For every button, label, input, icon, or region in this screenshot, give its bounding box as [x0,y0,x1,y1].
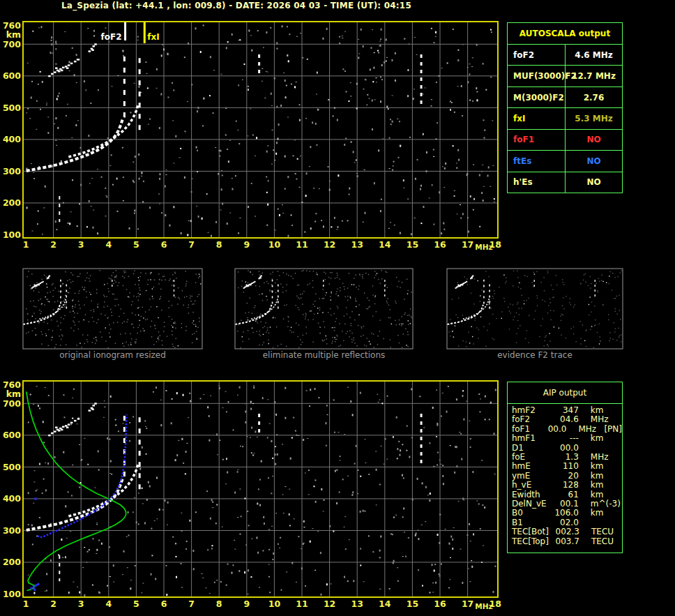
panel-eliminate-reflections [235,269,413,349]
aip-unit: km [579,481,622,490]
aip-label: hmE [512,462,547,471]
param-label: ftEs [508,151,566,171]
x-tick-label: 4 [105,599,112,609]
x-tick-label: 5 [133,239,139,250]
aip-label: TEC[Bot] [512,527,549,536]
param-value: 5.3 MHz [566,108,622,128]
y-tick-label: 500 [3,462,21,472]
x-tick-label: 17 [462,599,473,609]
x-tick-label: 13 [351,599,363,609]
aip-row-fof2: foF204.6MHz [512,415,622,424]
aip-value: 003.7 [549,537,579,546]
panel-evidence-f2-trace [447,269,623,349]
aip-label: foF2 [512,415,547,424]
x-tick-label: 13 [351,239,363,250]
x-tick-label: 8 [216,599,222,609]
aip-label: hmF1 [512,434,547,443]
panel-caption-original: original ionogram resized [23,350,202,360]
x-tick-label: 1 [23,239,29,250]
param-label: foF2 [508,45,566,65]
aip-row-fof1: foF100.0MHz[PN] [512,425,622,434]
aip-value: 106.0 [547,509,579,518]
aip-unit: TECU [579,537,622,546]
x-tick-label: 16 [434,599,446,609]
aip-label: DelN_vE [512,499,547,509]
aip-row-b0: B0106.0km [512,509,622,518]
param-label: foF1 [508,130,566,150]
aip-row-ewidth: Ewidth61km [512,490,622,499]
x-tick-label: 17 [462,239,473,250]
aip-unit: MHz [566,425,604,434]
autoscala-row-fxi: fxI5.3 MHz [508,107,622,128]
y-tick-label: 600 [3,70,21,81]
x-tick-label: 3 [78,599,84,609]
x-tick-label: 15 [407,599,418,609]
x-tick-label: 10 [268,599,281,609]
autoscala-output-table: AUTOSCALA output foF24.6 MHzMUF(3000)F21… [507,22,623,193]
x-tick-label: 9 [243,599,250,609]
aip-row-delnve: DelN_vE00.1m^(-3) [512,499,622,509]
y-tick-label: 500 [3,103,21,113]
param-value: NO [566,172,622,193]
aip-value: 00.0 [540,425,566,434]
param-label: fxI [508,108,566,128]
aip-value: 347 [547,406,579,415]
aip-value: 02.0 [547,518,579,527]
x-tick-label: 6 [161,599,167,609]
aip-unit [579,444,622,453]
aip-label: hmF2 [512,406,547,415]
x-tick-label: 2 [50,239,56,250]
aip-extra: [PN] [604,425,622,434]
x-tick-label: 16 [434,239,446,250]
aip-label: h_vE [512,481,547,490]
x-tick-label: 11 [296,599,308,609]
x-tick-label: 12 [324,599,335,609]
y-tick-label: 400 [3,134,21,144]
aip-unit: MHz [579,415,622,424]
x-tick-label: 3 [78,239,84,250]
autoscala-row-ftes: ftEsNO [508,150,622,171]
aip-row-foe: foE1.3MHz [512,453,622,462]
autoscala-row-fof1: foF1NO [508,129,622,150]
aip-value: 61 [547,490,579,499]
autoscala-window: foF2fxI760700600500400300200100km1234567… [0,0,675,616]
x-tick-label: 14 [379,599,391,609]
top-ionogram-plot: foF2fxI760700600500400300200100km1234567… [3,20,501,252]
aip-label: D1 [512,444,547,453]
panel-caption-eliminate: eliminate multiple reflections [235,350,413,360]
aip-row-yme: ymE20km [512,472,622,481]
aip-row-hve: h_vE128km [512,481,622,490]
aip-value: 00.0 [547,444,579,453]
param-value: 2.76 [566,87,622,107]
aip-row-d1: D100.0 [512,444,622,453]
param-value: NO [566,151,622,171]
aip-value: --- [547,434,579,443]
station-title: La_Spezia (lat: +44.1 , lon: 009.8) - DA… [61,1,411,10]
aip-output-table: AIP output hmF2347kmfoF204.6MHzfoF100.0M… [507,382,623,553]
aip-unit: km [579,472,622,481]
x-axis-unit: MHz [475,243,492,251]
autoscala-row-hes: h'EsNO [508,172,622,193]
aip-unit: km [579,490,622,499]
param-label: M(3000)F2 [508,87,566,107]
y-tick-label: 200 [3,197,21,208]
param-value: 4.6 MHz [566,45,622,65]
aip-value: 20 [547,472,579,481]
fxI-marker-label: fxI [147,32,159,42]
y-tick-label: 300 [3,525,21,536]
x-tick-label: 10 [268,239,281,250]
y-tick-label: 600 [3,430,21,440]
y-tick-label: 100 [3,230,21,240]
aip-row-hmf2: hmF2347km [512,406,622,415]
aip-row-hmf1: hmF1---km [512,434,622,443]
x-tick-label: 14 [379,239,391,250]
aip-label: foF1 [512,425,540,434]
aip-unit [579,518,622,527]
param-label: h'Es [508,172,566,193]
y-tick-label: 400 [3,493,21,504]
aip-value: 1.3 [547,453,579,462]
aip-unit: TECU [579,527,622,536]
x-tick-label: 6 [161,239,167,250]
y-tick-label: 100 [3,589,21,599]
aip-label: TEC[Top] [512,537,549,546]
